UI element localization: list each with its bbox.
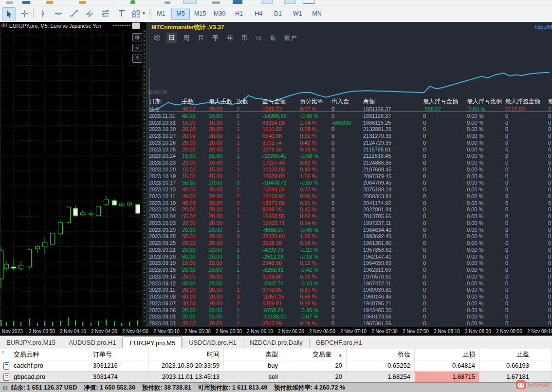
trades-col-header-order[interactable]: 订单号 (89, 349, 148, 360)
stats-date: 2023.10.04 (149, 213, 176, 219)
timeframe-w1[interactable]: W1 (288, 8, 307, 20)
vertical-line-tool-button[interactable] (36, 7, 49, 19)
cursor-tool-button[interactable] (2, 7, 16, 20)
panel-tab-周[interactable]: 周 (181, 33, 191, 43)
stats-row: 2023.09.0620.0020.001-6768.26-0.35 %0194… (147, 307, 552, 314)
stats-cell: 1610.92 (262, 126, 282, 132)
stats-cell: 1962311.69 (363, 267, 391, 273)
panel-tab-日[interactable]: 日 (166, 33, 177, 43)
trade-row-gbpcad.pro[interactable]: gbpcad.pro30314742023.11.01 13:45:13sell… (0, 371, 552, 382)
chart-tab-eurjpy-pro-m5[interactable]: EURJPY.pro,M5 (123, 336, 182, 349)
trades-col-header-volume[interactable]: 交易量▲ (282, 349, 347, 360)
stats-cell: 9793.35 (262, 287, 282, 293)
timeframe-h1[interactable]: H1 (230, 8, 248, 20)
stats-date: 2023.10.30 (149, 126, 176, 132)
timeframe-m5[interactable]: M5 (171, 8, 190, 20)
timeframe-d1[interactable]: D1 (269, 8, 287, 20)
stats-cell: 0 (505, 113, 508, 119)
trades-col-header-price[interactable]: 价位 (347, 349, 415, 360)
trades-col-header-type[interactable]: 类型 (224, 349, 282, 360)
stats-cell: 0 (423, 140, 426, 146)
panel-tab-币[interactable]: 币 (239, 33, 250, 43)
chart-tab-nzdcad-pro-daily[interactable]: NZDCAD.pro,Daily (243, 336, 309, 349)
stats-col-header: 最 (548, 97, 552, 106)
check-button[interactable]: √ (132, 44, 142, 52)
shapes-tool-button[interactable]: ▼ (129, 7, 147, 19)
panel-tab-综[interactable]: 综 (152, 33, 162, 43)
stats-cell: 20.00 (209, 220, 222, 226)
fibonacci-tool-button[interactable] (98, 7, 111, 19)
stats-cell: 2 (237, 280, 239, 286)
timeframe-m15[interactable]: M15 (191, 8, 209, 20)
stats-cell: 0.89 % (300, 193, 316, 199)
trades-col-header-symbol[interactable]: 交易品种 (0, 349, 89, 360)
trendline-icon (70, 9, 78, 18)
stats-cell: 0 (548, 274, 551, 280)
panel-tab-年[interactable]: 年 (225, 33, 235, 43)
chart-tab-audusd-pro-h1[interactable]: AUDUSD.pro,H1 (62, 336, 123, 349)
chart-tab-usdcad-pro-h1[interactable]: USDCAD.pro,H1 (183, 336, 243, 349)
stats-cell: 20.00 (209, 320, 222, 326)
stats-cell: 0 (423, 274, 426, 280)
stats-cell: 0.00 % (467, 180, 483, 186)
panel-tab-备[interactable]: 备 (268, 33, 278, 43)
stats-cell: 0 (548, 167, 551, 172)
stats-date: 2023.10.19 (149, 173, 176, 179)
trades-col-header-tp[interactable]: 止盈 (479, 349, 552, 360)
price-scale-strip (142, 29, 147, 327)
move-button[interactable]: 移 (132, 33, 142, 41)
time-axis-label: 2 Nov 04:30 (91, 329, 117, 334)
stats-cell: 0.00 % (467, 120, 483, 126)
stats-date: 2023.10.17 (149, 180, 176, 186)
toolbar-fragment (22, 1, 30, 4)
toolbar-fragment (212, 1, 220, 4)
channel-tool-button[interactable] (83, 7, 96, 19)
help-button[interactable]: ? (132, 55, 142, 63)
panel-link[interactable]: http://M (534, 24, 552, 30)
toolbar-drag-handle[interactable] (149, 9, 151, 19)
crosshair-tool-button[interactable] (18, 7, 31, 19)
timeframe-h4[interactable]: H4 (249, 8, 268, 20)
stats-cell: 0 (548, 307, 551, 313)
timeframe-m30[interactable]: M30 (210, 8, 229, 20)
time-axis-label: 2 Nov 07:10 (340, 329, 367, 334)
timeframe-mn[interactable]: MN (308, 8, 326, 20)
chart-tab-eurjpy-pro-m15[interactable]: EURJPY.pro,M15 (0, 336, 62, 349)
stats-row: 2023.10.1040.0020.00218373.080.91 %02041… (147, 200, 552, 207)
trades-col-header-time[interactable]: 时间 (148, 349, 224, 360)
stats-cell: 0 (548, 126, 551, 132)
stats-date: 2023.10.06 (149, 206, 176, 212)
stats-cell: 1997237.11 (363, 220, 391, 226)
stats-cell: 0 (331, 153, 334, 159)
stats-cell: 20.00 (209, 274, 222, 280)
horizontal-line-tool-button[interactable] (52, 7, 65, 19)
time-axis-label: 2 Nov 04:10 (60, 329, 86, 334)
stats-cell: 0 (548, 180, 551, 186)
stats-cell: 0 (423, 260, 426, 266)
panel-tab-季[interactable]: 季 (210, 33, 221, 43)
stats-cell: 5389.91 (262, 300, 282, 306)
stats-cell: 0 (548, 320, 551, 326)
chart-tab-gbpchf-pro-h1[interactable]: GBPCHF.pro,H1 (310, 336, 368, 349)
trendline-tool-button[interactable] (67, 7, 80, 19)
stats-cell: 20.00 (209, 106, 222, 112)
stats-cell: 0 (505, 167, 508, 172)
panel-tab-M[interactable]: M (254, 34, 263, 43)
stats-cell: 20.00 (209, 287, 222, 293)
panel-tab-月[interactable]: 月 (196, 33, 206, 43)
stats-cell: 20.00 (209, 200, 222, 206)
stats-cell: 0.82 % (300, 213, 316, 219)
timeframe-m1[interactable]: M1 (152, 8, 170, 20)
stats-cell: 0.08 % (300, 126, 316, 132)
panel-tab-账户[interactable]: 账户 (282, 33, 299, 43)
toolbar-fragment (130, 0, 135, 4)
minimize-button[interactable]: − (132, 22, 140, 29)
stats-cell: 1957853.62 (363, 247, 391, 253)
text-tool-button[interactable] (115, 7, 128, 19)
stats-cell: 0 (423, 147, 426, 152)
stats-cell: 0 (505, 260, 508, 266)
horizontal-line-icon (54, 9, 63, 18)
trade-row-cadchf.pro[interactable]: cadchf.pro30312162023.10.30 20:33:59buy2… (0, 360, 552, 371)
trades-col-header-sl[interactable]: 止损 (415, 349, 479, 360)
sort-asc-icon: ▲ (338, 353, 342, 357)
